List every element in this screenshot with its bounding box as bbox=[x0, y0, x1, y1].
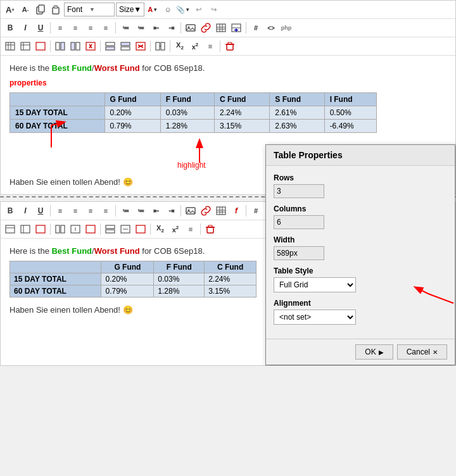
bottom-align-center-btn[interactable]: ≡ bbox=[68, 204, 82, 218]
bottom-editor-content[interactable]: Here is the Best Fund/Worst Fund for COB… bbox=[1, 239, 267, 365]
table-insert-btn[interactable] bbox=[3, 39, 17, 53]
bottom-t3-btn[interactable] bbox=[34, 222, 48, 236]
ordered-list-btn[interactable]: ≔ bbox=[118, 21, 132, 35]
bottom-subscript-btn[interactable]: X2 bbox=[153, 222, 167, 236]
delete-table-btn[interactable] bbox=[34, 39, 48, 53]
font-size-decrease-btn[interactable]: A- bbox=[18, 3, 32, 16]
bottom-italic-btn[interactable]: I bbox=[18, 204, 32, 218]
bottom-row2-btn[interactable] bbox=[118, 222, 132, 236]
bottom-t1-btn[interactable] bbox=[3, 222, 17, 236]
properties-link[interactable]: properties bbox=[10, 78, 47, 87]
decrease-indent-btn[interactable]: ⇤ bbox=[149, 21, 163, 35]
bottom-link-btn[interactable] bbox=[199, 204, 213, 218]
table-btn[interactable] bbox=[214, 21, 228, 35]
bottom-bq-btn[interactable]: ≡ bbox=[184, 222, 198, 236]
html-btn[interactable]: <> bbox=[264, 21, 278, 35]
table-props-btn[interactable] bbox=[18, 39, 32, 53]
table-properties-dialog: Table Properties Rows Columns Width Tabl… bbox=[265, 144, 455, 365]
bottom-table-btn[interactable] bbox=[214, 204, 228, 218]
alignment-select[interactable]: <not set> Left Center Right bbox=[274, 310, 356, 325]
align-left-icon: ≡ bbox=[58, 207, 62, 215]
hash-btn[interactable]: # bbox=[249, 21, 263, 35]
bottom-hash-btn[interactable]: # bbox=[249, 204, 263, 218]
redo-btn[interactable]: ↪ bbox=[206, 3, 220, 16]
align-center-btn[interactable]: ≡ bbox=[68, 21, 82, 35]
delete-row-btn[interactable] bbox=[134, 39, 148, 53]
unordered-list-btn[interactable]: ≔ bbox=[134, 21, 148, 35]
font-family-dropdown[interactable]: Font ▼ bbox=[64, 3, 115, 16]
font-color-btn[interactable]: A ▼ bbox=[146, 3, 160, 16]
html-icon: <> bbox=[267, 25, 275, 32]
insert-link-btn[interactable] bbox=[199, 21, 213, 35]
bottom-ol-btn[interactable]: ≔ bbox=[118, 204, 132, 218]
bottom-formula-btn[interactable]: f bbox=[229, 204, 243, 218]
width-input[interactable] bbox=[274, 246, 324, 260]
insert-col-after-btn[interactable] bbox=[68, 39, 82, 53]
emoji-btn[interactable]: ☺ bbox=[161, 3, 175, 16]
bottom-bold-btn[interactable]: B bbox=[3, 204, 17, 218]
line1-prefix: Here is the bbox=[10, 63, 51, 73]
col-g: G Fund bbox=[101, 261, 154, 273]
table-style-select[interactable]: Full Grid No Border Header Row bbox=[274, 277, 356, 292]
paste-btn[interactable] bbox=[49, 3, 63, 16]
bottom-col1-btn[interactable] bbox=[53, 222, 67, 236]
bottom-sep-7 bbox=[150, 223, 151, 235]
cancel-button[interactable]: Cancel ✕ bbox=[397, 344, 447, 360]
insert-col-before-btn[interactable] bbox=[53, 39, 67, 53]
justify-icon: ≡ bbox=[104, 24, 108, 32]
blockquote-btn[interactable]: ≡ bbox=[203, 39, 217, 53]
bottom-underline-btn[interactable]: U bbox=[34, 204, 48, 218]
align-right-btn[interactable]: ≡ bbox=[84, 21, 98, 35]
clear-format-btn[interactable] bbox=[223, 39, 237, 53]
toolbar-row-1: A+ A- Font ▼ Size ▼ A ▼ ☺ 📎▼ ↩ ↪ bbox=[1, 1, 455, 19]
bottom-clear-btn[interactable] bbox=[203, 222, 217, 236]
undo-btn[interactable]: ↩ bbox=[191, 3, 205, 16]
bold-btn[interactable]: B bbox=[3, 21, 17, 35]
delete-col-btn[interactable] bbox=[84, 39, 98, 53]
row-add-icon bbox=[120, 225, 130, 234]
insert-row-above-btn[interactable] bbox=[103, 39, 117, 53]
row-icon bbox=[105, 225, 115, 234]
bottom-col3-btn[interactable] bbox=[84, 222, 98, 236]
bottom-indent-out-btn[interactable]: ⇤ bbox=[149, 204, 163, 218]
superscript-btn[interactable]: x2 bbox=[188, 39, 202, 53]
separator-8 bbox=[170, 41, 170, 52]
bottom-ul-btn[interactable]: ≔ bbox=[134, 204, 148, 218]
bottom-align-left-btn[interactable]: ≡ bbox=[53, 204, 67, 218]
bottom-image-btn[interactable] bbox=[184, 204, 198, 218]
row2-15day-f: 0.03% bbox=[154, 273, 205, 285]
font-color-icon: A bbox=[148, 6, 153, 13]
bottom-superscript-btn[interactable]: x2 bbox=[168, 222, 182, 236]
underline-btn[interactable]: U bbox=[34, 21, 48, 35]
justify-btn[interactable]: ≡ bbox=[99, 21, 113, 35]
copy-format-btn[interactable] bbox=[34, 3, 48, 16]
insert-image-btn[interactable] bbox=[184, 21, 198, 35]
php-btn[interactable]: php bbox=[279, 21, 293, 35]
insert-row-below-btn[interactable] bbox=[118, 39, 132, 53]
align-left-btn[interactable]: ≡ bbox=[53, 21, 67, 35]
bottom-indent-in-btn[interactable]: ⇥ bbox=[164, 204, 178, 218]
ok-button[interactable]: OK ▶ bbox=[355, 344, 393, 360]
merge-cells-btn[interactable] bbox=[153, 39, 167, 53]
row-60day-i: -6.49% bbox=[324, 120, 376, 133]
bottom-row3-btn[interactable] bbox=[134, 222, 148, 236]
bottom-t2-btn[interactable] bbox=[18, 222, 32, 236]
subscript-btn[interactable]: X2 bbox=[173, 39, 187, 53]
indent-out-icon: ⇤ bbox=[153, 207, 159, 215]
rows-input[interactable] bbox=[274, 184, 324, 198]
chevron-down-icon: ▼ bbox=[89, 6, 111, 13]
table-row: 60 DAY TOTAL 0.79% 1.28% 3.15% bbox=[10, 285, 256, 298]
font-size-increase-btn[interactable]: A+ bbox=[3, 3, 17, 16]
bottom-row1-btn[interactable] bbox=[103, 222, 117, 236]
insert-row-btn[interactable] bbox=[229, 21, 243, 35]
increase-indent-btn[interactable]: ⇥ bbox=[164, 21, 178, 35]
columns-input[interactable] bbox=[274, 215, 324, 229]
redo-icon: ↪ bbox=[211, 6, 217, 14]
font-size-dropdown[interactable]: Size ▼ bbox=[116, 3, 144, 16]
italic-btn[interactable]: I bbox=[18, 21, 32, 35]
attachment-btn[interactable]: 📎▼ bbox=[176, 3, 190, 16]
bottom-col2-btn[interactable] bbox=[68, 222, 82, 236]
bottom-justify-btn[interactable]: ≡ bbox=[99, 204, 113, 218]
bottom-align-right-btn[interactable]: ≡ bbox=[84, 204, 98, 218]
cancel-x-icon: ✕ bbox=[433, 349, 438, 356]
